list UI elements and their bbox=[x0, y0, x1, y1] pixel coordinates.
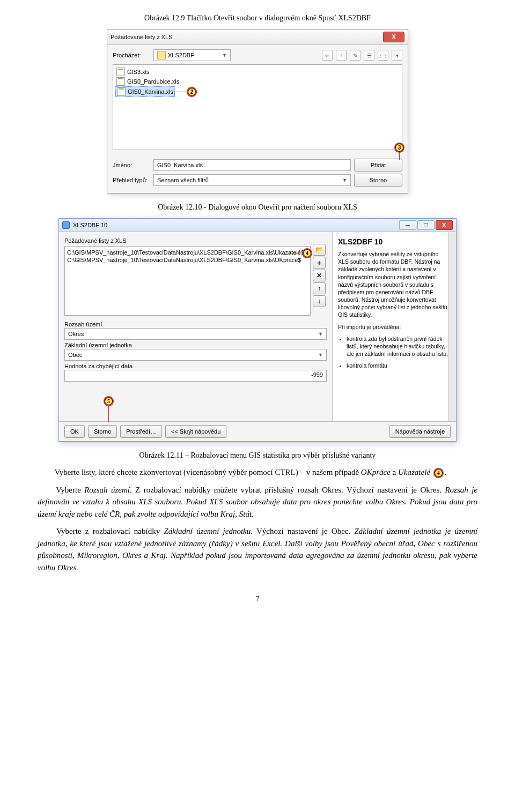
hide-help-button[interactable]: << Skrýt nápovědu bbox=[165, 425, 226, 438]
close-button[interactable]: X bbox=[383, 32, 404, 42]
help-paragraph: Při importu je prováděna: bbox=[338, 323, 451, 331]
caption-12-11: Obrázek 12.11 – Rozbalovací menu GIS sta… bbox=[38, 451, 477, 460]
add-button[interactable]: ＋ bbox=[313, 257, 326, 269]
filename-input[interactable]: GIS0_Karvina.xls bbox=[153, 159, 351, 171]
text bbox=[430, 468, 432, 476]
text: . Z rozbalovací nabídky můžete vybrat př… bbox=[130, 486, 445, 494]
file-row[interactable]: GIS0_Pardubice.xls bbox=[115, 77, 400, 86]
text: Vyberte listy, které chcete zkonvertovat… bbox=[54, 468, 360, 476]
callout-marker-5: 5 bbox=[104, 396, 114, 406]
file-row-selected[interactable]: GIS0_Karvina.xls bbox=[115, 86, 175, 97]
paragraph: Vyberte z rozbalovací nabídky Základní ú… bbox=[38, 525, 477, 573]
callout-marker-3: 3 bbox=[394, 143, 404, 153]
app-icon bbox=[62, 221, 70, 229]
rozsah-value: Okres bbox=[68, 331, 84, 337]
xls-file-icon bbox=[116, 77, 125, 86]
back-icon[interactable]: ⇐ bbox=[322, 50, 333, 61]
chevron-down-icon: ▼ bbox=[222, 53, 227, 58]
paragraph: Vyberte listy, které chcete zkonvertovat… bbox=[38, 466, 477, 479]
remove-button[interactable]: ✕ bbox=[313, 270, 326, 281]
sheets-list[interactable]: C:\GIS\MPSV_nastroje_10\TestovaciDataNas… bbox=[64, 246, 311, 316]
text: a bbox=[391, 468, 398, 476]
callout-line bbox=[289, 253, 300, 254]
figure-open-dialog: Požadované listy z XLS X Procházet: XLS2… bbox=[38, 29, 477, 193]
file-name: GIS0_Pardubice.xls bbox=[127, 78, 179, 85]
text-italic: OKpráce bbox=[361, 468, 391, 476]
environment-button[interactable]: Prostředí… bbox=[120, 425, 162, 438]
help-panel: XLS2DBF 10 Zkonvertuje vybrané sešity ze… bbox=[332, 232, 456, 421]
minimize-button[interactable]: ─ bbox=[399, 220, 416, 230]
text: . Výchozí nastavení je Obec. bbox=[251, 527, 354, 535]
xls-file-icon bbox=[116, 68, 125, 76]
missing-label: Hodnota za chybějící data bbox=[64, 363, 327, 369]
caption-12-10: Obrázek 12.10 - Dialogové okno Otevřít p… bbox=[38, 203, 477, 212]
missing-input[interactable]: -999 bbox=[64, 370, 327, 382]
zuj-value: Obec bbox=[68, 352, 82, 358]
xls2dbf-dialog: XLS2DBF 10 ─ ☐ X Požadované listy z XLS … bbox=[58, 218, 457, 442]
file-name: GIS0_Karvina.xls bbox=[128, 88, 173, 95]
view-menu-icon[interactable]: ▾ bbox=[392, 50, 402, 61]
open-file-dialog: Požadované listy z XLS X Procházet: XLS2… bbox=[107, 29, 408, 193]
callout-line bbox=[108, 406, 109, 422]
list-view-icon[interactable]: ☰ bbox=[364, 50, 374, 61]
filename-value: GIS0_Karvina.xls bbox=[157, 162, 203, 168]
text-italic: Rozsah území bbox=[84, 486, 130, 494]
sheets-label: Požadované listy z XLS bbox=[64, 237, 127, 244]
body-text: Vyberte listy, které chcete zkonvertovat… bbox=[38, 466, 477, 573]
callout-4: 4 bbox=[289, 248, 312, 258]
move-down-button[interactable]: ↓ bbox=[313, 295, 326, 307]
chevron-down-icon: ▼ bbox=[318, 331, 323, 337]
text: Vyberte z rozbalovací nabídky bbox=[56, 527, 164, 535]
file-row[interactable]: GIS3.xls bbox=[115, 67, 400, 77]
browse-button[interactable]: 📂 bbox=[313, 244, 326, 256]
rozsah-select[interactable]: Okres ▼ bbox=[64, 328, 327, 340]
callout-5: 5 bbox=[104, 396, 114, 422]
tool-help-button[interactable]: Nápověda nástroje bbox=[389, 425, 451, 438]
up-icon[interactable]: ↑ bbox=[336, 50, 347, 61]
help-list-item: kontrola zda byl odstraněn první řádek l… bbox=[347, 335, 451, 358]
folder-icon bbox=[157, 51, 166, 59]
maximize-button[interactable]: ☐ bbox=[417, 220, 435, 230]
text-italic: Ukazatelé bbox=[398, 468, 430, 476]
close-button[interactable]: X bbox=[436, 220, 453, 230]
filetype-value: Seznam všech filtrů bbox=[157, 177, 209, 183]
zuj-select[interactable]: Obec ▼ bbox=[64, 349, 327, 361]
window-title: XLS2DBF 10 bbox=[73, 222, 107, 228]
text: Vyberte bbox=[56, 486, 84, 494]
move-up-button[interactable]: ↑ bbox=[313, 282, 326, 294]
callout-marker-4: 4 bbox=[302, 248, 312, 258]
file-name: GIS3.xls bbox=[127, 69, 150, 75]
filename-label: Jméno: bbox=[113, 162, 150, 168]
folder-select[interactable]: XLS2DBF ▼ bbox=[153, 49, 231, 61]
scrollbar[interactable] bbox=[448, 232, 456, 421]
text-italic: Základní územní jednotku bbox=[164, 527, 251, 535]
details-view-icon[interactable]: ⋮⋮ bbox=[378, 50, 388, 61]
callout-line bbox=[176, 92, 187, 92]
browse-label: Procházet: bbox=[113, 52, 150, 58]
help-title: XLS2DBF 10 bbox=[338, 237, 451, 246]
ok-button[interactable]: OK bbox=[64, 425, 85, 438]
help-list-item: kontrola formátu bbox=[347, 362, 451, 369]
chevron-down-icon: ▼ bbox=[318, 352, 323, 357]
rozsah-label: Rozsah území bbox=[64, 321, 327, 327]
figure-xls2dbf-dialog: XLS2DBF 10 ─ ☐ X Požadované listy z XLS … bbox=[38, 218, 477, 442]
caption-12-9: Obrázek 12.9 Tlačítko Otevřít soubor v d… bbox=[38, 14, 477, 23]
paragraph: Vyberte Rozsah území. Z rozbalovací nabí… bbox=[38, 484, 477, 520]
text: . bbox=[445, 468, 447, 476]
inline-marker-4: 4 bbox=[433, 468, 444, 478]
cancel-button[interactable]: Storno bbox=[88, 425, 117, 438]
add-button[interactable]: Přidat bbox=[354, 159, 402, 172]
new-folder-icon[interactable]: ✎ bbox=[350, 50, 360, 61]
file-list[interactable]: GIS3.xls GIS0_Pardubice.xls GIS0_Karvina… bbox=[113, 64, 402, 150]
sheet-path[interactable]: C:\GIS\MPSV_nastroje_10\TestovaciDataNas… bbox=[67, 256, 308, 264]
page-number: 7 bbox=[38, 595, 477, 604]
cancel-button[interactable]: Storno bbox=[354, 174, 402, 187]
folder-name: XLS2DBF bbox=[168, 52, 194, 58]
callout-marker-2: 2 bbox=[187, 87, 197, 97]
zuj-label: Základní územní jednotka bbox=[64, 342, 327, 348]
filetype-select[interactable]: Seznam všech filtrů ▼ bbox=[153, 174, 351, 186]
help-paragraph: Zkonvertuje vybrané sešity ze vstupního … bbox=[338, 250, 451, 319]
dialog-title: Požadované listy z XLS bbox=[111, 34, 173, 40]
sheet-path[interactable]: C:\GIS\MPSV_nastroje_10\TestovaciDataNas… bbox=[67, 249, 308, 256]
callout-line bbox=[399, 153, 400, 160]
